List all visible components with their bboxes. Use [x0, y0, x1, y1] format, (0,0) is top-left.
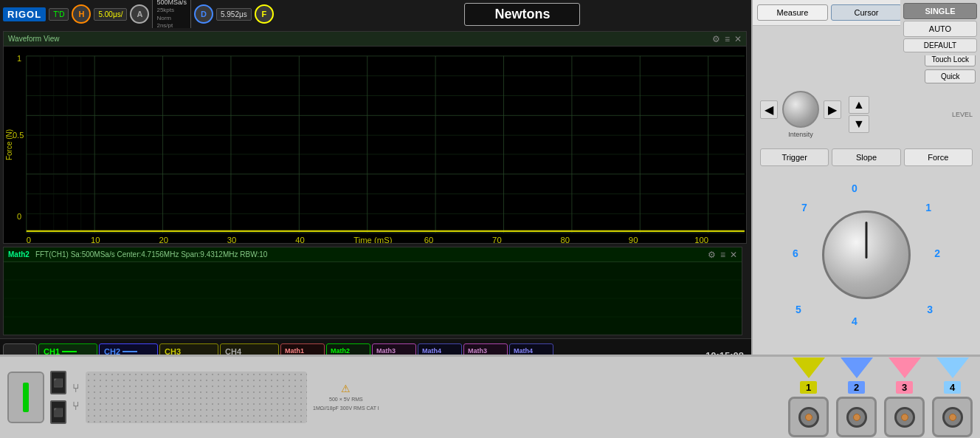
- nav-right-btn[interactable]: ▶: [824, 100, 841, 119]
- svg-text:Time (mS): Time (mS): [353, 236, 392, 243]
- nav-up-down: ▲ ▼: [849, 96, 869, 133]
- fft-settings-icon[interactable]: ⚙: [708, 250, 716, 260]
- warning-text-2: 1MΩ//18pF 300V RMS CAT I: [313, 405, 379, 412]
- ch4-bnc[interactable]: [932, 397, 973, 437]
- level-label: LEVEL: [952, 111, 973, 118]
- rigol-logo: RIGOL: [3, 7, 46, 21]
- td-button[interactable]: T'D: [49, 8, 69, 21]
- knob-num-7: 7: [801, 202, 807, 213]
- f-button[interactable]: F: [255, 4, 274, 24]
- y-scale-0: 0: [17, 212, 21, 221]
- close-icon[interactable]: ✕: [734, 34, 742, 44]
- ch3-badge: 3: [896, 381, 913, 394]
- ch3-bnc[interactable]: [884, 397, 925, 437]
- cursor-button[interactable]: Cursor: [831, 4, 902, 21]
- auto-button[interactable]: AUTO: [903, 21, 977, 37]
- h-button[interactable]: H: [72, 4, 91, 24]
- warning-icon: ⚠: [341, 383, 351, 394]
- ch3-arrow: [888, 357, 921, 378]
- ch1-bnc-center: [805, 414, 812, 421]
- waveform-title: Waveform View: [8, 35, 59, 43]
- svg-text:70: 70: [492, 236, 502, 243]
- force-button[interactable]: Force: [904, 148, 973, 166]
- power-indicator: [23, 383, 29, 412]
- ch3-bnc-inner: [894, 407, 915, 428]
- ch2-bnc-inner: [846, 407, 867, 428]
- touch-quick-area: Touch Lock Quick: [757, 52, 976, 83]
- knob-num-2: 2: [934, 247, 940, 259]
- knob-pointer: [866, 222, 868, 259]
- ch4-bnc-center: [949, 414, 956, 421]
- svg-text:60: 60: [424, 236, 434, 243]
- usb-port-2[interactable]: ⬛: [50, 400, 66, 424]
- title-area: Newtons: [277, 3, 768, 26]
- large-knob-area: 0 1 2 3 4 5 6 7: [757, 174, 976, 350]
- intensity-knob[interactable]: [782, 91, 819, 128]
- svg-text:100: 100: [694, 236, 708, 243]
- knob-num-6: 6: [793, 247, 798, 259]
- svg-text:20: 20: [159, 236, 168, 243]
- ch1-connector: 1: [788, 357, 829, 437]
- knob-dial: 0 1 2 3 4 5 6 7: [793, 181, 940, 329]
- usb-labels: ⑂ ⑂: [72, 382, 80, 413]
- quick-button[interactable]: Quick: [925, 69, 976, 83]
- d-button[interactable]: D: [194, 4, 213, 24]
- fft-title-bar: Math2 FFT(CH1) Sa:500MSa/s Center:4.7156…: [4, 247, 742, 262]
- main-knob[interactable]: [822, 211, 911, 299]
- ch4-arrow: [936, 357, 969, 378]
- trigger-button[interactable]: Trigger: [760, 148, 829, 166]
- h-value[interactable]: 5.00μs/: [94, 8, 127, 21]
- fft-title: Math2: [8, 250, 30, 259]
- nav-left-btn[interactable]: ◀: [760, 100, 778, 119]
- ch4-badge: 4: [944, 381, 961, 394]
- nav-down-btn[interactable]: ▼: [849, 115, 869, 133]
- warning-area: ⚠ 500 × 5V RMS 1MΩ//18pF 300V RMS CAT I: [313, 383, 379, 412]
- knob-num-0: 0: [852, 182, 858, 194]
- svg-text:90: 90: [629, 236, 638, 243]
- math3a-name: Math3: [376, 347, 412, 355]
- channel-connectors: 1 2 3: [788, 357, 973, 437]
- math4a-name: Math4: [422, 347, 458, 355]
- power-button[interactable]: [7, 372, 44, 423]
- usb-icon-1: ⬛: [53, 378, 63, 388]
- fft-content: [4, 262, 742, 335]
- ch4-bnc-inner: [942, 407, 963, 428]
- default-button[interactable]: DEFAULT: [903, 38, 977, 52]
- single-auto-default-area: SINGLE AUTO DEFAULT: [900, 0, 980, 55]
- single-button[interactable]: SINGLE: [903, 3, 977, 19]
- y-scale-05: 0.5: [13, 131, 24, 140]
- fft-close-icon[interactable]: ✕: [730, 250, 737, 260]
- usb-icon-2: ⬛: [53, 408, 63, 417]
- knob-nav-row: ◀ ▶: [760, 91, 841, 128]
- usb-symbol-2: ⑂: [72, 400, 80, 413]
- waveform-icons: ⚙ ≡ ✕: [712, 34, 742, 44]
- slope-button[interactable]: Slope: [832, 148, 900, 166]
- intensity-area: ◀ ▶ Intensity ▲ ▼ LEVEL: [757, 88, 976, 141]
- settings-icon[interactable]: ⚙: [712, 34, 720, 44]
- fft-view: Math2 FFT(CH1) Sa:500MSa/s Center:4.7156…: [3, 247, 742, 335]
- touch-lock-quick-area: Touch Lock Quick: [925, 52, 976, 83]
- ch3-connector: 3: [884, 357, 925, 437]
- fft-menu-icon[interactable]: ≡: [720, 250, 725, 260]
- trigger-buttons: Trigger Slope Force: [760, 148, 973, 166]
- fft-icons: ⚙ ≡ ✕: [708, 250, 737, 260]
- ch1-arrow: [793, 357, 825, 378]
- waveform-grid: 0 10 20 30 40 Time (mS) 60 70 80 90 100: [4, 47, 746, 243]
- ch1-bnc[interactable]: [788, 397, 829, 437]
- ch1-bnc-inner: [798, 407, 819, 428]
- a-button[interactable]: A: [130, 4, 149, 24]
- waveform-title-bar: Waveform View ⚙ ≡ ✕: [4, 32, 746, 47]
- ch2-bnc[interactable]: [836, 397, 877, 437]
- knob-num-1: 1: [925, 202, 931, 213]
- intensity-label: Intensity: [788, 131, 813, 138]
- ch2-bnc-center: [853, 414, 860, 421]
- fft-info: FFT(CH1) Sa:500MSa/s Center:4.7156MHz Sp…: [35, 250, 267, 259]
- spacer: [757, 52, 922, 83]
- measure-button[interactable]: Measure: [757, 4, 828, 21]
- main-title: Newtons: [494, 7, 550, 21]
- nav-up-btn[interactable]: ▲: [849, 96, 869, 114]
- d-value[interactable]: 5.952μs: [216, 8, 252, 21]
- usb-port-1[interactable]: ⬛: [50, 371, 66, 394]
- menu-icon[interactable]: ≡: [725, 34, 730, 44]
- right-panel-content: Touch Lock Quick ◀ ▶ Intensity ▲ ▼ LEVEL: [753, 26, 980, 355]
